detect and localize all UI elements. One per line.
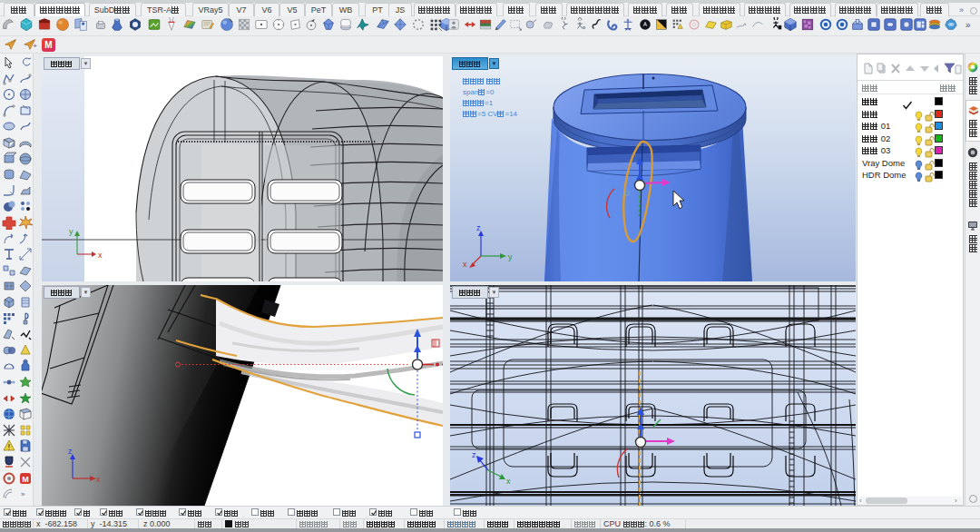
svg-text:z: z xyxy=(476,223,481,232)
svg-text:x: x xyxy=(463,260,467,269)
svg-text:x: x xyxy=(506,477,511,486)
svg-text:(|): (|) xyxy=(652,163,658,170)
svg-text:y: y xyxy=(508,252,513,261)
svg-text:z: z xyxy=(68,447,73,456)
svg-text:M: M xyxy=(22,475,29,484)
svg-text:z: z xyxy=(472,450,476,459)
svg-text:x: x xyxy=(96,475,101,484)
svg-text:»: » xyxy=(21,490,25,498)
svg-text:y: y xyxy=(69,227,74,236)
svg-text:x: x xyxy=(98,251,103,260)
